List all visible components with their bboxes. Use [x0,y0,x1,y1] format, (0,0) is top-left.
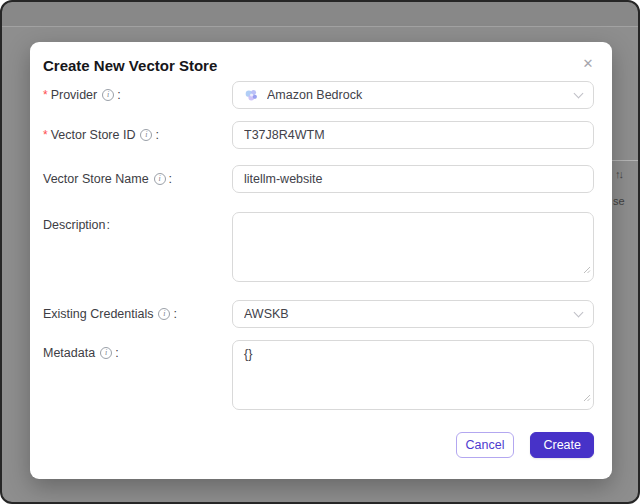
chevron-down-icon [574,89,584,99]
info-icon[interactable]: i [102,89,114,101]
info-icon[interactable]: i [154,173,166,185]
app-window: ↑↓ se Create New Vector Store ✕ * Provid… [0,0,640,504]
modal-title: Create New Vector Store [43,56,594,75]
required-marker: * [43,88,48,102]
modal-footer: Cancel Create [43,432,594,458]
form-row-existing-credentials: Existing Credentials i : AWSKB [43,300,594,328]
form-row-vector-store-name: Vector Store Name i : [43,165,594,193]
info-icon[interactable]: i [140,129,152,141]
provider-select[interactable]: Amazon Bedrock [232,81,594,109]
existing-credentials-label: Existing Credentials i : [43,306,232,322]
sort-icon: ↑↓ [615,168,622,180]
background-table-divider [612,160,640,161]
form-row-metadata: Metadata i : {} [43,340,594,410]
form-row-description: Description : [43,212,594,282]
resize-handle-icon[interactable] [583,388,591,406]
close-icon[interactable]: ✕ [579,55,597,73]
form-row-provider: * Provider i : Amazo [43,81,594,109]
info-icon[interactable]: i [100,347,112,359]
background-topbar [2,2,638,27]
bedrock-icon [244,88,259,103]
vector-store-id-label: * Vector Store ID i : [43,127,232,143]
description-textarea[interactable] [232,212,594,282]
form-row-vector-store-id: * Vector Store ID i : [43,121,594,149]
chevron-down-icon [574,308,584,318]
vector-store-name-input[interactable] [232,165,594,193]
create-vector-store-modal: Create New Vector Store ✕ * Provider i : [30,42,612,479]
description-label: Description : [43,212,232,233]
vector-store-id-input[interactable] [232,121,594,149]
existing-credentials-select[interactable]: AWSKB [232,300,594,328]
resize-handle-icon[interactable] [583,260,591,278]
vector-store-name-label: Vector Store Name i : [43,171,232,187]
provider-label: * Provider i : [43,87,232,103]
provider-select-value: Amazon Bedrock [267,88,567,102]
background-partial-text: se [613,195,625,207]
info-icon[interactable]: i [158,308,170,320]
required-marker: * [43,128,48,142]
existing-credentials-select-value: AWSKB [244,307,567,321]
metadata-label: Metadata i : [43,340,232,361]
create-button[interactable]: Create [530,432,594,458]
metadata-textarea[interactable]: {} [232,340,594,410]
cancel-button[interactable]: Cancel [456,432,515,458]
